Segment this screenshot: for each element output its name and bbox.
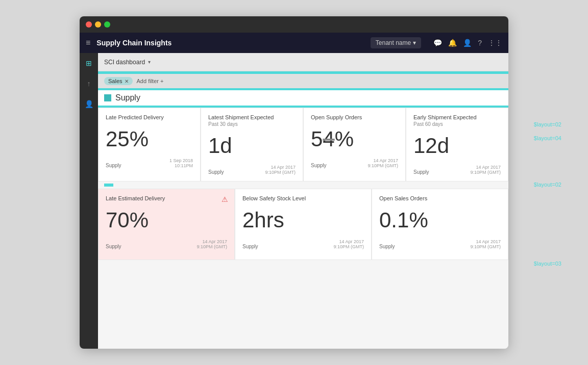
kpi-value-5: 70% (106, 210, 227, 231)
dashboard-toolbar: SCI dashboard ▾ (98, 53, 508, 71)
teal-block-2 (104, 184, 113, 187)
kpi-card-open-supply-orders[interactable]: Open Supply Orders 54% Supply 14 Apr 201… (303, 108, 406, 181)
sidebar: ⊞ ↑ 👤 (80, 53, 98, 349)
section-color-block (104, 94, 111, 101)
kpi-date-4: 14 Apr 2017 9:10PM (GMT) (470, 165, 501, 175)
kpi-footer-2: Supply 14 Apr 2017 9:10PM (GMT) (208, 165, 296, 175)
header-icons: 💬 🔔 👤 ? ⋮⋮ (433, 39, 502, 47)
kpi-date-1: 1 Sep 2018 10:11PM (169, 158, 193, 168)
kpi-value-7: 0.1% (379, 210, 501, 231)
kpi-title-6: Below Safety Stock Level (242, 195, 364, 201)
section-title-bar: Supply (98, 90, 508, 106)
notification-icon[interactable]: 🔔 (448, 39, 457, 47)
kpi-title-1: Late Predicted Delivery (106, 114, 193, 120)
content-area: SCI dashboard ▾ Sales ✕ Add filter + (98, 53, 508, 349)
dashboard-select-label: SCI dashboard (104, 59, 145, 66)
kpi-title-4: Early Shipment Expected (413, 114, 501, 120)
kpi-source-3: Supply (311, 163, 327, 168)
section-title: Supply (115, 93, 140, 102)
kpi-row-1: Late Predicted Delivery 25% Supply 1 Sep… (98, 108, 508, 181)
kpi-date-7: 14 Apr 2017 9:10PM (GMT) (470, 239, 501, 249)
kpi-value-4: 12d (413, 135, 501, 157)
kpi-title-2: Latest Shipment Expected (208, 114, 296, 120)
kpi-footer-6: Supply 14 Apr 2017 9:10PM (GMT) (242, 239, 364, 249)
annotation-row2: $layout=04 (534, 132, 561, 145)
kpi-source-4: Supply (413, 169, 429, 175)
sidebar-item-upload[interactable]: ↑ (83, 77, 95, 90)
kpi-value-1: 25% (106, 128, 193, 150)
main-layout: ⊞ ↑ 👤 SCI dashboard ▾ Sale (80, 53, 508, 349)
kpi-card-late-estimated[interactable]: Late Estimated Delivery ⚠ 70% Supply 14 … (98, 189, 235, 260)
kpi-card-early-shipment[interactable]: Early Shipment Expected Past 60 days 12d… (406, 108, 508, 181)
kpi-source-1: Supply (106, 163, 121, 168)
kpi-value-6: 2hrs (242, 210, 364, 231)
sidebar-item-users[interactable]: 👤 (83, 98, 95, 110)
apps-icon[interactable]: ⋮⋮ (488, 39, 502, 47)
tenant-label: Tenant name (376, 39, 411, 46)
browser-window: ≡ Supply Chain Insights Tenant name ▾ 💬 … (80, 16, 508, 349)
kpi-source-6: Supply (242, 244, 258, 249)
title-bar (80, 16, 508, 33)
kpi-footer-5: Supply 14 Apr 2017 9:10PM (GMT) (106, 239, 227, 249)
kpi-footer-1: Supply 1 Sep 2018 10:11PM (106, 158, 193, 168)
add-icon: + (160, 78, 163, 84)
annotation-row3: $layout=02 (534, 145, 561, 224)
user-icon[interactable]: 👤 (463, 39, 472, 47)
chevron-down-icon: ▾ (148, 59, 151, 65)
kpi-date-3: 14 Apr 2017 9:10PM (GMT) (368, 158, 398, 168)
kpi-card-safety-stock[interactable]: Below Safety Stock Level 2hrs Supply 14 … (235, 189, 372, 260)
kpi-subtitle-2: Past 30 days (208, 121, 296, 127)
kpi-footer-3: Supply 14 Apr 2017 9:10PM (GMT) (311, 158, 398, 168)
kpi-source-5: Supply (106, 244, 121, 249)
kpi-date-5: 14 Apr 2017 9:10PM (GMT) (197, 239, 227, 249)
filter-remove-icon[interactable]: ✕ (125, 79, 129, 84)
kpi-card-late-predicted[interactable]: Late Predicted Delivery 25% Supply 1 Sep… (98, 108, 201, 181)
traffic-lights (86, 21, 110, 28)
annotation-row1: $layout=02 (534, 117, 561, 132)
annotation-row4: $layout=03 (534, 224, 561, 303)
kpi-source-7: Supply (379, 244, 395, 249)
filter-bar: Sales ✕ Add filter + (98, 74, 508, 88)
close-button[interactable] (86, 21, 92, 28)
filter-tag-label: Sales (108, 78, 122, 84)
kpi-card-open-sales-orders[interactable]: Open Sales Orders 0.1% Supply 14 Apr 201… (372, 189, 508, 260)
minimize-button[interactable] (95, 21, 101, 28)
help-icon[interactable]: ? (478, 39, 482, 47)
tenant-chevron-icon: ▾ (413, 39, 416, 46)
kpi-row-2: Late Estimated Delivery ⚠ 70% Supply 14 … (98, 189, 508, 260)
tenant-selector[interactable]: Tenant name ▾ (371, 37, 421, 48)
hamburger-icon[interactable]: ≡ (86, 38, 90, 47)
kpi-title-3: Open Supply Orders (311, 114, 398, 120)
filter-tag-sales[interactable]: Sales ✕ (104, 77, 133, 85)
kpi-value-2: 1d (208, 135, 296, 157)
kpi-date-6: 14 Apr 2017 9:10PM (GMT) (333, 239, 364, 249)
kpi-title-5: Late Estimated Delivery (106, 195, 227, 201)
kpi-value-3: 54% (311, 128, 398, 150)
kpi-title-7: Open Sales Orders (379, 195, 501, 201)
kpi-footer-4: Supply 14 Apr 2017 9:10PM (GMT) (413, 165, 501, 175)
kpi-source-2: Supply (208, 169, 224, 175)
chat-icon[interactable]: 💬 (433, 39, 442, 47)
dashboard-select[interactable]: SCI dashboard ▾ (104, 59, 151, 66)
kpi-subtitle-4: Past 60 days (413, 121, 501, 127)
kpi-footer-7: Supply 14 Apr 2017 9:10PM (GMT) (379, 239, 501, 249)
add-filter-button[interactable]: Add filter + (137, 78, 164, 84)
kpi-card-latest-shipment[interactable]: Latest Shipment Expected Past 30 days 1d… (201, 108, 303, 181)
kpi-date-2: 14 Apr 2017 9:10PM (GMT) (265, 165, 296, 175)
add-filter-label: Add filter (137, 78, 159, 84)
sidebar-item-dashboard[interactable]: ⊞ (83, 57, 95, 69)
app-title: Supply Chain Insights (96, 39, 364, 47)
maximize-button[interactable] (104, 21, 110, 28)
alert-icon: ⚠ (222, 195, 228, 203)
app-header: ≡ Supply Chain Insights Tenant name ▾ 💬 … (80, 33, 508, 53)
